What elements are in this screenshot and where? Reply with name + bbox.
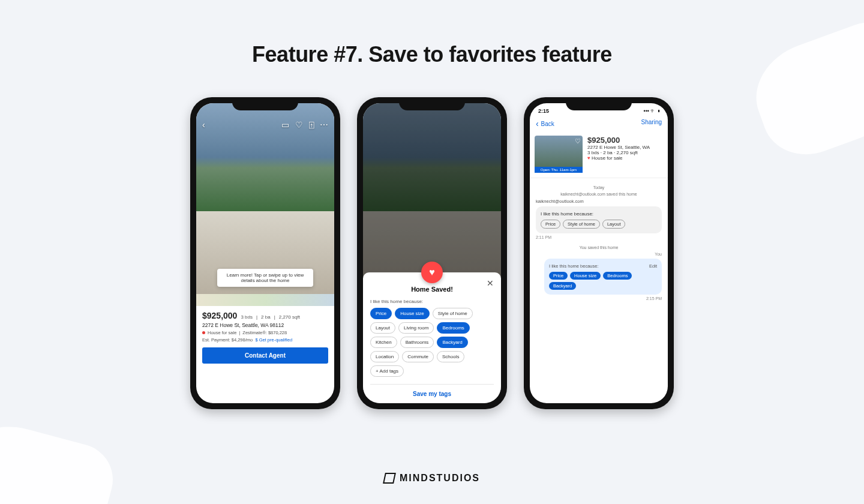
- sqft: 2,270 sqft: [279, 314, 300, 320]
- gallery-icon[interactable]: ▭: [281, 120, 289, 130]
- back-button[interactable]: Back: [536, 119, 554, 128]
- status: House for sale: [587, 155, 650, 161]
- like-label: I like this home because:: [541, 211, 657, 217]
- tag-style-of-home: Style of home: [563, 220, 600, 229]
- heart-badge-icon: ♥: [421, 262, 443, 283]
- tag-layout: Layout: [602, 220, 626, 229]
- timestamp: 2:11 PM: [536, 235, 662, 239]
- tag-kitchen[interactable]: Kitchen: [370, 337, 397, 348]
- sheet-title: Home Saved!: [370, 286, 494, 293]
- back-icon[interactable]: ‹: [202, 120, 205, 130]
- heart-icon[interactable]: ♡: [575, 137, 581, 145]
- prequalified-link[interactable]: Get pre-qualified: [259, 337, 292, 343]
- tag-living-room[interactable]: Living room: [398, 322, 434, 334]
- tag-price: Price: [549, 272, 568, 280]
- tag-bedrooms[interactable]: Bedrooms: [437, 322, 469, 334]
- price: $925,000: [202, 311, 237, 320]
- zestimate: Zestimate®: $870,228: [242, 330, 287, 335]
- tag--add-tags[interactable]: + Add tags: [370, 365, 404, 377]
- tag-layout[interactable]: Layout: [370, 322, 395, 334]
- sharing-button[interactable]: Sharing: [641, 119, 662, 128]
- meta: 3 bds · 2 ba · 2,270 sqft: [587, 150, 650, 155]
- brand-logo: MINDSTUDIOS: [384, 473, 480, 484]
- home-saved-sheet: ♥ ✕ Home Saved! I like this home because…: [363, 272, 501, 403]
- est-payment: Est. Payment: $4,298/mo: [202, 337, 253, 343]
- beds: 3 bds: [241, 314, 253, 320]
- tag-backyard[interactable]: Backyard: [437, 337, 467, 348]
- listing-thumb: ♡ Open: Thu. 11am-1pm: [535, 136, 583, 173]
- learn-more-tooltip: Learn more! Tap or swipe up to view deta…: [217, 269, 313, 287]
- phone-mockups-row: ‹ ▭ ♡ ⍐ ⋯ Learn more! Tap or swipe up to…: [0, 97, 864, 409]
- log-date: Today: [536, 185, 662, 190]
- baths: 2 ba: [261, 314, 271, 320]
- listing-interior-photo: Learn more! Tap or swipe up to view deta…: [196, 211, 334, 294]
- open-house-tag: Open: Thu. 11am-1pm: [535, 167, 583, 173]
- tag-bathrooms[interactable]: Bathrooms: [400, 337, 434, 348]
- phone-1: ‹ ▭ ♡ ⍐ ⋯ Learn more! Tap or swipe up to…: [190, 97, 340, 409]
- tag-price: Price: [541, 220, 560, 229]
- phone-2: ♥ ✕ Home Saved! I like this home because…: [357, 97, 507, 409]
- map-preview[interactable]: [196, 294, 334, 306]
- address: 2272 E Howe St, Seattle, WA 98112: [202, 322, 328, 328]
- timestamp: 2:15 PM: [536, 296, 662, 301]
- log-saved-by: kaiknecht@outlook.com saved this home: [536, 192, 662, 196]
- like-label: I like this home because:: [549, 263, 599, 269]
- tag-bedrooms: Bedrooms: [603, 272, 632, 280]
- save-tags-button[interactable]: Save my tags: [370, 391, 494, 397]
- status: House for sale: [208, 330, 236, 335]
- listing-details: $925,000 3 bds | 2 ba | 2,270 sqft 2272 …: [196, 306, 334, 368]
- brand-text: MINDSTUDIOS: [400, 473, 480, 484]
- you-saved: You saved this home: [536, 245, 662, 250]
- user-email: kaiknecht@outlook.com: [536, 199, 662, 204]
- contact-agent-button[interactable]: Contact Agent: [202, 347, 328, 364]
- listing-hero-photo: ‹ ▭ ♡ ⍐ ⋯: [196, 103, 334, 211]
- tag-house-size[interactable]: House size: [395, 308, 430, 319]
- status-dot-icon: [202, 331, 205, 334]
- tag-price[interactable]: Price: [370, 308, 392, 319]
- status-bar-time: 2:15: [538, 108, 549, 114]
- page-title: Feature #7. Save to favorites feature: [0, 0, 864, 67]
- you-label: You: [536, 252, 662, 256]
- you-bubble: I like this home because: Edit PriceHous…: [544, 259, 662, 295]
- sheet-subtitle: I like this home because:: [370, 299, 494, 304]
- tag-backyard: Backyard: [549, 282, 576, 290]
- logo-icon: [383, 473, 396, 484]
- decor-shape: [0, 414, 121, 504]
- tag-list: PriceHouse sizeStyle of homeLayoutLiving…: [370, 308, 494, 377]
- address: 2272 E Howe St, Seattle, WA: [587, 145, 650, 150]
- tag-style-of-home[interactable]: Style of home: [433, 308, 473, 319]
- share-icon[interactable]: ⍐: [309, 120, 314, 130]
- other-user-bubble: I like this home because: PriceStyle of …: [536, 206, 662, 233]
- phone-3: 2:15 ••• ᯤ ▮ Back Sharing ♡ Open: Thu. 1…: [524, 97, 674, 409]
- tag-house-size: House size: [570, 272, 601, 280]
- edit-link[interactable]: Edit: [649, 263, 657, 269]
- price: $925,000: [587, 136, 650, 145]
- tag-location[interactable]: Location: [370, 351, 399, 362]
- status-bar-icons: ••• ᯤ ▮: [644, 108, 661, 114]
- tag-commute[interactable]: Commute: [402, 351, 434, 362]
- more-icon[interactable]: ⋯: [320, 120, 328, 130]
- listing-card[interactable]: ♡ Open: Thu. 11am-1pm $925,000 2272 E Ho…: [530, 132, 668, 178]
- tag-schools[interactable]: Schools: [437, 351, 464, 362]
- close-icon[interactable]: ✕: [487, 278, 494, 288]
- heart-icon[interactable]: ♡: [295, 120, 303, 130]
